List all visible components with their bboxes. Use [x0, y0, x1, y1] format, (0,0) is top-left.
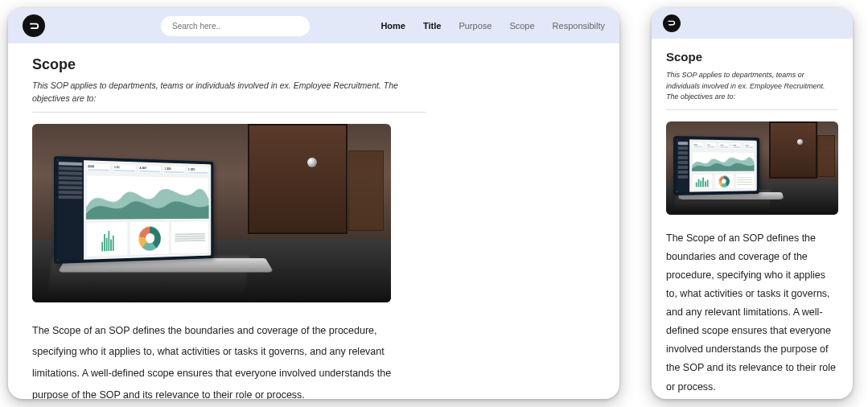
page-title: Scope	[32, 56, 595, 73]
nav: Home Title Purpose Scope Responsibilty	[381, 21, 605, 31]
dashboard-main: 2500 1.51 4,567 1.325 1.325	[84, 160, 211, 259]
stat-value: 1.51	[706, 144, 715, 146]
stat-value: 4,567	[719, 144, 727, 146]
stat-value: 1.325	[164, 166, 184, 171]
search-wrapper	[161, 16, 310, 36]
dashboard-chart	[86, 174, 209, 219]
hero-door-knob	[307, 158, 317, 167]
dashboard-pie	[130, 221, 170, 255]
page-body: The Scope of an SOP defines the boundari…	[32, 320, 396, 400]
dashboard: 2500 1.51 4,567 1.325 1.325	[676, 139, 756, 192]
content: Scope This SOP applies to departments, t…	[8, 43, 619, 399]
stat-value: 2500	[693, 143, 702, 145]
stat-value: 1.51	[114, 165, 136, 170]
nav-item-title[interactable]: Title	[423, 21, 441, 31]
stat-value: 1.325	[745, 144, 753, 146]
search-input[interactable]	[161, 16, 310, 36]
dashboard-bottom	[86, 220, 209, 257]
hero-laptop: 2500 1.51 4,567 1.325 1.325	[54, 155, 262, 280]
dashboard-sidebar	[57, 159, 84, 260]
hero-laptop: 2500 1.51 4,567 1.325 1.325	[673, 136, 780, 205]
stat-value: 4,567	[139, 166, 160, 170]
content: Scope This SOP applies to departments, t…	[652, 39, 853, 399]
desktop-preview: Home Title Purpose Scope Responsibilty S…	[8, 8, 619, 399]
hero-image: 2500 1.51 4,567 1.325 1.325	[666, 121, 838, 215]
mobile-preview: Scope This SOP applies to departments, t…	[652, 8, 853, 399]
page-body: The Scope of an SOP defines the boundari…	[666, 229, 838, 397]
dashboard-main: 2500 1.51 4,567 1.325 1.325	[689, 139, 756, 191]
stat-value: 2500	[88, 164, 110, 169]
logo-icon[interactable]	[23, 14, 45, 37]
hero-door-knob	[797, 139, 803, 145]
stat-value: 1.325	[732, 144, 740, 146]
nav-item-scope[interactable]: Scope	[509, 21, 534, 31]
laptop-screen: 2500 1.51 4,567 1.325 1.325	[54, 156, 213, 264]
laptop-screen: 2500 1.51 4,567 1.325 1.325	[673, 136, 759, 195]
hero-image: 2500 1.51 4,567 1.325 1.325	[32, 124, 391, 302]
hero-shelf	[817, 135, 834, 177]
hero-door	[248, 124, 348, 235]
logo-icon[interactable]	[663, 14, 681, 32]
stat-value: 1.325	[188, 167, 208, 171]
page-subtitle: This SOP applies to departments, teams o…	[32, 80, 426, 105]
nav-item-purpose[interactable]: Purpose	[459, 21, 492, 31]
page-subtitle: This SOP applies to departments, teams o…	[666, 70, 838, 103]
dashboard-bars	[86, 221, 129, 257]
dashboard-sidebar	[676, 139, 689, 192]
nav-item-responsibility[interactable]: Responsibilty	[553, 21, 605, 31]
dashboard: 2500 1.51 4,567 1.325 1.325	[57, 159, 211, 260]
subtitle-wrap: This SOP applies to departments, teams o…	[32, 80, 426, 113]
dashboard-lines	[171, 220, 208, 253]
header-bar: Home Title Purpose Scope Responsibilty	[8, 8, 619, 43]
dashboard-stats: 2500 1.51 4,567 1.325 1.325	[86, 162, 209, 175]
header-bar	[652, 8, 853, 39]
page-title: Scope	[666, 50, 838, 64]
nav-item-home[interactable]: Home	[381, 21, 405, 31]
hero-shelf	[348, 150, 385, 231]
subtitle-wrap: This SOP applies to departments, teams o…	[666, 70, 838, 110]
